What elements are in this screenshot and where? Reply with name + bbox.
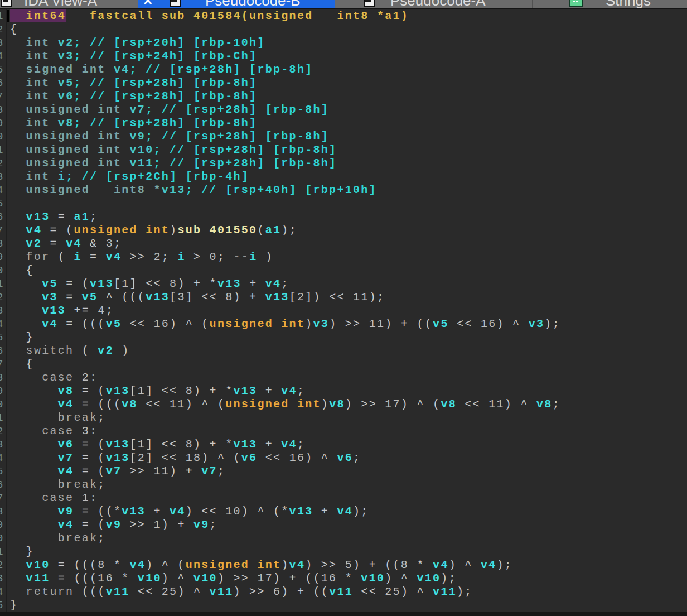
close-icon[interactable]: ✕ — [143, 0, 153, 7]
gutter-line: 7 — [0, 358, 6, 371]
code-token: ; // [rsp+28h] [rbp-8h] — [74, 90, 257, 103]
code-line[interactable]: unsigned int v7; // [rsp+28h] [rbp-8h] — [10, 103, 560, 117]
code-token: ; // [rsp+28h] [rbp-8h] — [74, 117, 257, 129]
code-line[interactable]: break; — [10, 411, 560, 425]
code-token: v9 — [58, 505, 74, 518]
code-token: ) ^ — [305, 451, 337, 464]
code-token: + — [146, 505, 170, 518]
code-line[interactable]: { — [10, 23, 560, 36]
code-token: { — [10, 23, 18, 36]
tab-ida-view-a[interactable]: IDA View-A — [0, 0, 138, 8]
code-line[interactable]: unsigned int v10; // [rsp+28h] [rbp-8h] — [10, 143, 560, 157]
gutter-line: 2 — [0, 559, 6, 572]
code-line[interactable]: int i; // [rsp+2Ch] [rbp-4h] — [10, 170, 560, 184]
code-token — [10, 157, 26, 170]
code-line[interactable]: { — [10, 358, 560, 371]
code-token — [10, 384, 58, 397]
gutter-line: 7 — [0, 492, 6, 505]
code-line[interactable]: unsigned __int8 *v13; // [rsp+40h] [rbp+… — [10, 184, 560, 197]
code-token: ; — [90, 210, 98, 223]
code-line[interactable]: int v8; // [rsp+28h] [rbp-8h] — [10, 117, 560, 130]
code-token: 2 — [297, 291, 305, 304]
code-token: ; — [98, 532, 105, 545]
code-token — [122, 103, 129, 116]
code-token: ) ^ ( — [186, 398, 226, 411]
code-token: ; — [162, 251, 178, 263]
code-token: v10 — [417, 572, 441, 585]
code-line[interactable]: return (((v11 << 25) ^ v11) >> 6) + ((v1… — [10, 585, 560, 599]
code-token — [50, 76, 58, 89]
code-token: unsigned int — [26, 103, 122, 116]
gutter-line: 0 — [0, 398, 6, 411]
code-token: ) + * — [193, 384, 234, 397]
code-token: v8 — [329, 398, 345, 411]
code-line[interactable]: for ( i = v4 >> 2; i > 0; --i ) — [10, 251, 560, 264]
code-line[interactable]: v4 = (((v5 << 16) ^ (unsigned int)v3) >>… — [10, 317, 560, 331]
code-token: v13 — [106, 438, 130, 451]
code-line[interactable]: __int64 __fastcall sub_401584(unsigned _… — [10, 9, 560, 23]
code-token: 11 — [369, 317, 385, 330]
code-token: unsigned int — [225, 398, 321, 411]
code-line[interactable]: v4 = (((v8 << 11) ^ (unsigned int)v8) >>… — [10, 398, 560, 411]
code-token: v4 — [481, 559, 497, 571]
code-line[interactable]: v4 = (v7 >> 11) + v7; — [10, 465, 560, 478]
code-token: v13 — [106, 384, 130, 397]
code-token: ) — [170, 224, 177, 237]
code-line[interactable]: v13 = a1; — [10, 210, 560, 224]
code-token: v13 — [106, 451, 130, 464]
code-token: ) ^ ( — [201, 451, 241, 464]
tab-label: IDA View-A — [24, 0, 97, 8]
code-line[interactable]: unsigned int v9; // [rsp+28h] [rbp-8h] — [10, 130, 560, 143]
code-line[interactable]: case 3: — [10, 425, 560, 438]
code-line[interactable]: int v2; // [rsp+20h] [rbp-10h] — [10, 36, 560, 50]
code-token: v5 — [42, 277, 58, 290]
gutter-line: 1 — [0, 545, 6, 559]
tab-strings[interactable]: Strings — [533, 0, 687, 8]
code-line[interactable]: v8 = (v13[1] << 8) + *v13 + v4; — [10, 384, 560, 398]
tab-pseudocode-a[interactable]: Pseudocode-A — [335, 0, 533, 8]
tab-pseudocode-b[interactable]: ✕ Pseudocode-B — [138, 0, 335, 8]
code-line[interactable]: { — [10, 264, 560, 277]
code-line[interactable]: break; — [10, 478, 560, 492]
code-area[interactable]: __int64 __fastcall sub_401584(unsigned _… — [10, 9, 560, 612]
code-line[interactable]: int v3; // [rsp+24h] [rbp-Ch] — [10, 50, 560, 63]
code-line[interactable]: v2 = v4 & 3; — [10, 237, 560, 251]
code-token: v4 — [281, 438, 297, 451]
code-line[interactable]: v4 = (v9 >> 1) + v9; — [10, 518, 560, 532]
code-line[interactable]: v13 += 4; — [10, 304, 560, 317]
code-line[interactable]: } — [10, 545, 560, 559]
code-line[interactable]: v9 = ((*v13 + v4) << 10) ^ (*v13 + v4); — [10, 505, 560, 518]
code-line[interactable]: unsigned int v11; // [rsp+28h] [rbp-8h] — [10, 157, 560, 170]
code-line[interactable]: int v5; // [rsp+28h] [rbp-8h] — [10, 76, 560, 90]
code-line[interactable]: v11 = (((16 * v10) ^ v10) >> 17) + ((16 … — [10, 572, 560, 585]
code-token: 5 — [345, 559, 353, 571]
code-line[interactable]: v4 = (unsigned int)sub_401550(a1); — [10, 224, 560, 237]
gutter-line: 3 — [0, 170, 6, 184]
code-line[interactable] — [10, 197, 560, 210]
gutter-line: 5 — [0, 465, 6, 478]
code-line[interactable]: } — [10, 331, 560, 344]
code-token: 3 — [82, 425, 90, 437]
code-token: ] << — [130, 277, 170, 290]
code-token: 1 — [153, 518, 161, 531]
code-token: 2 — [138, 451, 146, 464]
code-line[interactable]: v7 = (v13[2] << 18) ^ (v6 << 16) ^ v6; — [10, 451, 560, 465]
tab-bar: IDA View-A ✕ Pseudocode-B Pseudocode-A S… — [0, 0, 687, 8]
code-line[interactable]: case 2: — [10, 371, 560, 384]
code-line[interactable]: break; — [10, 532, 560, 545]
code-line[interactable]: v10 = (((8 * v4) ^ (unsigned int)v4) >> … — [10, 559, 560, 572]
code-line[interactable]: int v6; // [rsp+28h] [rbp-8h] — [10, 90, 560, 103]
code-token: i — [249, 251, 257, 263]
code-line[interactable]: v6 = (v13[1] << 8) + *v13 + v4; — [10, 438, 560, 451]
code-line[interactable]: v5 = (v13[1] << 8) + *v13 + v4; — [10, 277, 560, 291]
code-token: 16 — [98, 572, 114, 585]
code-token: * — [114, 572, 138, 585]
code-token: v13 — [90, 277, 114, 290]
code-token: int — [26, 170, 50, 183]
code-line[interactable]: case 1: — [10, 492, 560, 505]
code-line[interactable]: } — [10, 599, 560, 612]
code-line[interactable]: switch ( v2 ) — [10, 344, 560, 358]
code-line[interactable]: signed int v4; // [rsp+28h] [rbp-8h] — [10, 63, 560, 76]
code-token: v13 — [162, 184, 186, 196]
code-line[interactable]: v3 = v5 ^ (((v13[3] << 8) + v13[2]) << 1… — [10, 291, 560, 304]
